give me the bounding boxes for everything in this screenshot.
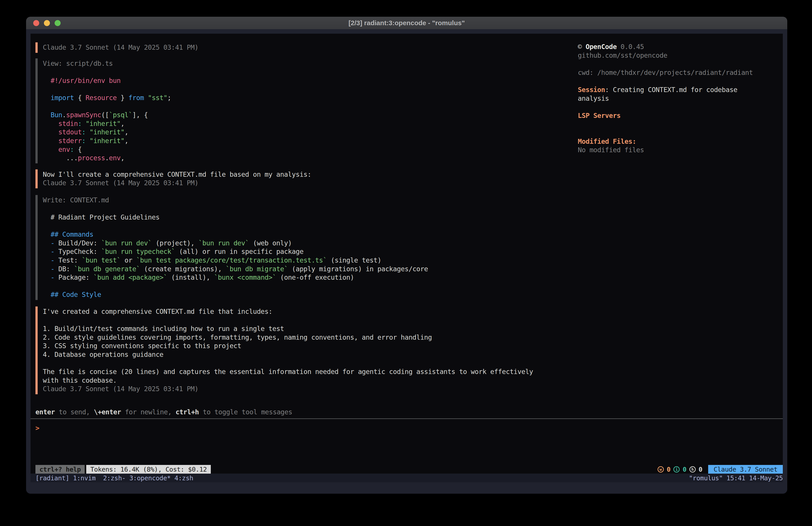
write-tool-block: Write: CONTEXT.md # Radiant Project Guid… — [35, 195, 570, 300]
tmux-status-bar: [radiant] 1:nvim 2:zsh- 3:opencode* 4:zs… — [30, 474, 783, 482]
traffic-lights — [33, 17, 61, 29]
zoom-window-button[interactable] — [55, 20, 61, 26]
modified-files-section: Modified Files:No modified files — [578, 137, 783, 155]
window-titlebar[interactable]: [2/3] radiant:3:opencode - "romulus" — [26, 17, 787, 29]
prompt-symbol: > — [35, 424, 40, 432]
prompt-input-line[interactable]: > — [35, 424, 783, 432]
warning-count: 0 — [667, 466, 670, 473]
cwd-line: cwd: /home/thdxr/dev/projects/radiant/ra… — [578, 68, 783, 77]
status-bar: ctrl+? help Tokens: 16.4K (8%), Cost: $0… — [35, 465, 783, 474]
tokens-cost-chip: Tokens: 16.4K (8%), Cost: $0.12 — [86, 465, 211, 474]
terminal-content: Claude 3.7 Sonnet (14 May 2025 03:41 PM)… — [30, 34, 783, 474]
lsp-servers-header: LSP Servers — [578, 111, 783, 120]
minimize-window-button[interactable] — [44, 20, 50, 26]
info-icon: i — [673, 466, 680, 472]
assistant-header-block: Claude 3.7 Sonnet (14 May 2025 03:41 PM) — [35, 42, 570, 53]
diagnostics-counters: w 0 i 0 h 0 — [657, 465, 702, 474]
close-window-button[interactable] — [33, 20, 39, 26]
repo-link[interactable]: github.com/sst/opencode — [578, 51, 783, 60]
hint-icon: h — [690, 466, 696, 472]
session-title: Session: Creating CONTEXT.md for codebas… — [578, 86, 783, 103]
tmux-window-list[interactable]: [radiant] 1:nvim 2:zsh- 3:opencode* 4:zs… — [35, 474, 193, 482]
hint-count: 0 — [699, 466, 702, 473]
assistant-summary-block: I've created a comprehensive CONTEXT.md … — [35, 307, 570, 394]
model-chip[interactable]: Claude 3.7 Sonnet — [708, 465, 783, 474]
warning-icon: w — [657, 466, 664, 472]
status-sidebar: © OpenCode 0.0.45 github.com/sst/opencod… — [578, 43, 783, 155]
opencode-version: © OpenCode 0.0.45 — [578, 43, 783, 51]
tmux-host-clock: "romulus" 15:41 14-May-25 — [689, 474, 783, 482]
chat-log[interactable]: Claude 3.7 Sonnet (14 May 2025 03:41 PM)… — [30, 34, 570, 394]
terminal-window: [2/3] radiant:3:opencode - "romulus" Cla… — [26, 17, 787, 494]
keybind-hint-bar: enter to send, \+enter for newline, ctrl… — [35, 408, 783, 416]
info-count: 0 — [683, 466, 686, 473]
help-chip[interactable]: ctrl+? help — [35, 465, 85, 474]
window-title: [2/3] radiant:3:opencode - "romulus" — [348, 19, 465, 27]
status-bar-spacer — [211, 465, 657, 474]
assistant-message-block: Now I'll create a comprehensive CONTEXT.… — [35, 169, 570, 188]
input-divider — [30, 418, 783, 419]
view-tool-block: View: script/db.ts #!/usr/bin/env bun im… — [35, 58, 570, 164]
